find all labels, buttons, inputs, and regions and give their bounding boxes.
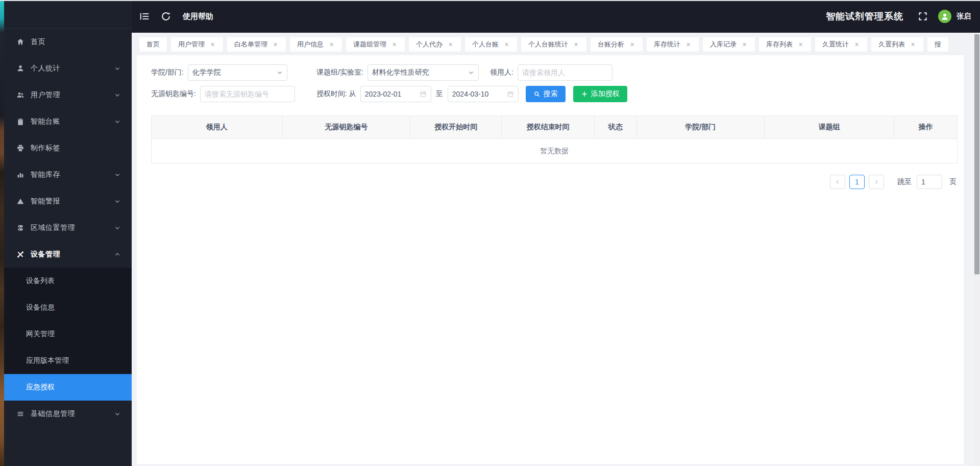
filter-group: 课题组/实验室: 材料化学性质研究 [316, 64, 490, 81]
sidebar-item-smart-alerts[interactable]: 智能警报 [4, 188, 132, 215]
help-link[interactable]: 使用帮助 [183, 12, 213, 21]
tab-label: 库存列表 [766, 40, 793, 49]
filter-row-2: 无源钥匙编号: 授权时间: 从 2023-02-01 至 2024-03-10 [151, 86, 958, 102]
column-header-dept: 学院/部门 [637, 116, 765, 138]
sidebar-item-region-management[interactable]: 区域位置管理 [4, 215, 132, 241]
close-icon[interactable]: × [685, 41, 692, 48]
close-icon[interactable]: × [910, 41, 916, 48]
calendar-icon [420, 90, 427, 98]
add-authorization-button[interactable]: 添加授权 [573, 86, 627, 102]
avatar[interactable] [938, 10, 951, 23]
tab-personal-ledger-stats[interactable]: 个人台账统计× [521, 37, 587, 52]
tab-label: 首页 [146, 40, 160, 49]
close-icon[interactable]: × [797, 41, 804, 48]
sidebar-item-home[interactable]: 首页 [4, 29, 132, 55]
submenu-item-label: 网关管理 [26, 330, 55, 339]
emergency-authorization-panel: 学院/部门: 化学学院 课题组/实验室: 材料化学性质研究 [137, 55, 964, 464]
jump-to-label: 跳至 [897, 177, 912, 187]
chevron-down-icon [277, 69, 283, 76]
tab-ledger-analysis[interactable]: 台账分析× [590, 37, 643, 52]
submenu-item-device-list[interactable]: 设备列表 [4, 268, 132, 294]
next-page-button[interactable] [869, 175, 884, 189]
submenu-item-label: 设备列表 [26, 276, 55, 286]
close-icon[interactable]: × [328, 41, 335, 48]
tab-whitelist-management[interactable]: 白名单管理× [227, 37, 286, 52]
date-to-picker[interactable]: 2024-03-10 [448, 86, 519, 102]
close-icon[interactable]: × [573, 41, 579, 48]
close-icon[interactable]: × [629, 41, 635, 48]
submenu-item-label: 应急授权 [26, 383, 55, 392]
tab-personal-todo[interactable]: 个人代办× [408, 37, 461, 52]
plus-icon [581, 90, 588, 98]
jump-to-page-input[interactable] [917, 175, 942, 189]
dept-select-value: 化学学院 [192, 68, 277, 77]
key-label: 无源钥匙编号: [151, 89, 196, 99]
chevron-down-icon [114, 225, 120, 231]
sidebar-item-device-management[interactable]: 设备管理 [4, 241, 132, 268]
search-button[interactable]: 搜索 [526, 86, 566, 102]
tab-user-management[interactable]: 用户管理× [170, 37, 224, 52]
sidebar-item-smart-ledger[interactable]: 智能台账 [4, 108, 132, 135]
submenu-item-device-info[interactable]: 设备信息 [4, 294, 132, 321]
table-empty-state: 暂无数据 [152, 138, 957, 163]
submenu-item-gateway-management[interactable]: 网关管理 [4, 321, 132, 347]
dept-select[interactable]: 化学学院 [188, 64, 287, 81]
background-edge-strip [0, 0, 4, 466]
sidebar-item-label: 智能警报 [31, 197, 114, 206]
refresh-icon[interactable] [160, 11, 172, 22]
tab-personal-ledger[interactable]: 个人台账× [464, 37, 518, 52]
to-label: 至 [436, 89, 443, 99]
date-from-picker[interactable]: 2023-02-01 [360, 86, 431, 102]
column-header-key-number: 无源钥匙编号 [283, 116, 410, 138]
collapse-menu-icon[interactable] [139, 11, 150, 22]
submenu-item-app-version-management[interactable]: 应用版本管理 [4, 347, 132, 374]
sidebar-item-smart-inventory[interactable]: 智能库存 [4, 161, 132, 188]
column-header-recipient: 领用人 [152, 116, 283, 138]
close-icon[interactable]: × [853, 41, 860, 48]
tab-inventory-list[interactable]: 库存列表× [758, 37, 812, 52]
close-icon[interactable]: × [447, 41, 454, 48]
close-icon[interactable]: × [272, 41, 279, 48]
page-unit-label: 页 [949, 177, 957, 187]
table-header-row: 领用人 无源钥匙编号 授权开始时间 授权结束时间 状态 学院/部门 课题组 操作 [152, 116, 957, 138]
sidebar-item-make-labels[interactable]: 制作标签 [4, 135, 132, 161]
tab-research-group-management[interactable]: 课题组管理× [346, 37, 405, 52]
tab-label: 个人台账统计 [528, 40, 568, 49]
sidebar-logo-area [4, 0, 132, 29]
close-icon[interactable]: × [209, 41, 216, 48]
vertical-scrollbar[interactable] [974, 33, 980, 466]
close-icon[interactable]: × [503, 41, 510, 48]
submenu-item-emergency-authorization[interactable]: 应急授权 [4, 374, 132, 401]
sidebar-item-user-management[interactable]: 用户管理 [4, 82, 132, 108]
authorization-table: 领用人 无源钥匙编号 授权开始时间 授权结束时间 状态 学院/部门 课题组 操作… [151, 115, 958, 164]
fullscreen-icon[interactable] [918, 11, 928, 21]
group-select[interactable]: 材料化学性质研究 [368, 64, 479, 81]
tab-idle-stats[interactable]: 久置统计× [815, 37, 868, 52]
tab-label: 白名单管理 [234, 40, 267, 49]
key-input[interactable] [200, 86, 295, 102]
dept-label: 学院/部门: [151, 68, 184, 77]
tab-label: 课题组管理 [353, 40, 386, 49]
open-tabs-bar: 首页 用户管理× 白名单管理× 用户信息× 课题组管理× 个人代办× 个人台账×… [132, 33, 974, 55]
tools-icon [16, 250, 24, 259]
calendar-icon [507, 90, 514, 98]
scrollbar-thumb[interactable] [974, 34, 979, 274]
prev-page-button[interactable] [830, 175, 845, 189]
tab-label: 个人代办 [416, 40, 443, 49]
recipient-input[interactable] [518, 64, 612, 81]
close-icon[interactable]: × [391, 41, 398, 48]
sidebar-item-basic-info-management[interactable]: 基础信息管理 [4, 401, 132, 427]
tab-user-info[interactable]: 用户信息× [289, 37, 342, 52]
page-number-button[interactable]: 1 [849, 175, 865, 189]
tab-inventory-stats[interactable]: 库存统计× [646, 37, 699, 52]
tab-clipped[interactable]: 报 [927, 37, 949, 52]
filter-dept: 学院/部门: 化学学院 [151, 64, 316, 81]
user-name[interactable]: 张启 [957, 12, 971, 21]
close-icon[interactable]: × [741, 41, 748, 48]
tab-idle-list[interactable]: 久置列表× [871, 37, 924, 52]
clipboard-icon [16, 118, 24, 126]
chevron-down-icon [114, 172, 120, 178]
tab-inbound-records[interactable]: 入库记录× [702, 37, 755, 52]
sidebar-item-personal-stats[interactable]: 个人统计 [4, 55, 132, 82]
tab-home[interactable]: 首页 [139, 37, 167, 52]
